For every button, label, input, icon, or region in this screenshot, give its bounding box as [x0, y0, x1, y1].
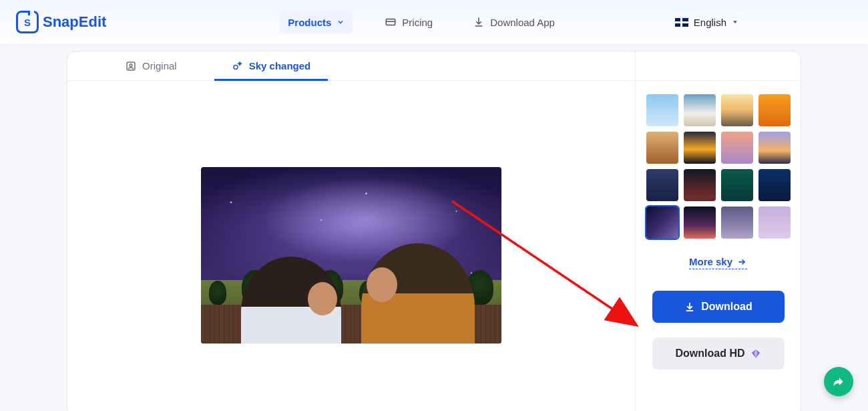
- sky-thumb-11[interactable]: [758, 169, 791, 201]
- nav-products[interactable]: Products: [280, 11, 353, 33]
- sky-thumb-2[interactable]: [721, 94, 753, 126]
- nav-download-app-label: Download App: [490, 17, 555, 28]
- preview-area: [67, 51, 635, 411]
- nav-download-app[interactable]: Download App: [465, 11, 563, 33]
- sky-thumb-1[interactable]: [684, 94, 716, 126]
- sky-thumb-9[interactable]: [684, 169, 716, 201]
- chevron-down-icon: [337, 18, 345, 26]
- share-icon: [832, 375, 845, 388]
- nav-products-label: Products: [288, 17, 331, 28]
- sky-thumbnails: [646, 94, 791, 239]
- pricing-icon: [385, 16, 397, 28]
- diamond-icon: [750, 348, 761, 359]
- sky-thumb-10[interactable]: [721, 169, 753, 201]
- more-sky-label: More sky: [689, 256, 732, 267]
- sky-thumb-15[interactable]: [758, 207, 791, 239]
- brand-name: SnapEdit: [43, 13, 106, 31]
- sky-thumb-6[interactable]: [721, 132, 753, 164]
- sky-thumb-3[interactable]: [758, 94, 791, 126]
- more-sky-link[interactable]: More sky: [689, 256, 747, 269]
- sky-thumb-4[interactable]: [646, 132, 678, 164]
- caret-down-icon: [732, 19, 738, 25]
- sky-thumb-5[interactable]: [684, 132, 716, 164]
- sky-thumb-8[interactable]: [646, 169, 678, 201]
- language-selector[interactable]: English: [675, 17, 852, 28]
- uk-flag-icon: [675, 18, 688, 27]
- download-icon: [684, 301, 696, 313]
- brand-logo[interactable]: S SnapEdit: [16, 11, 106, 33]
- sky-sidebar: More sky Download Download HD: [635, 51, 801, 411]
- svg-marker-2: [733, 21, 737, 23]
- nav-pricing-label: Pricing: [402, 17, 433, 28]
- language-label: English: [694, 17, 726, 28]
- arrow-right-icon: [736, 257, 747, 267]
- download-button[interactable]: Download: [652, 291, 785, 323]
- main-nav: Products Pricing Download App: [280, 11, 563, 33]
- sky-thumb-14[interactable]: [721, 207, 753, 239]
- share-fab[interactable]: [824, 367, 853, 396]
- download-hd-label: Download HD: [676, 348, 745, 360]
- download-label: Download: [701, 301, 752, 313]
- editor-panel: Original Sky changed: [67, 51, 801, 411]
- logo-badge-icon: S: [16, 11, 39, 33]
- sky-thumb-7[interactable]: [758, 132, 791, 164]
- preview-image[interactable]: [201, 167, 501, 344]
- nav-pricing[interactable]: Pricing: [377, 11, 441, 33]
- sky-thumb-13[interactable]: [684, 207, 716, 239]
- app-header: S SnapEdit Products Pricing Download App…: [0, 0, 868, 44]
- sky-thumb-0[interactable]: [646, 94, 678, 126]
- download-hd-button[interactable]: Download HD: [652, 337, 785, 370]
- download-icon: [473, 16, 485, 28]
- sky-thumb-12[interactable]: [646, 207, 678, 239]
